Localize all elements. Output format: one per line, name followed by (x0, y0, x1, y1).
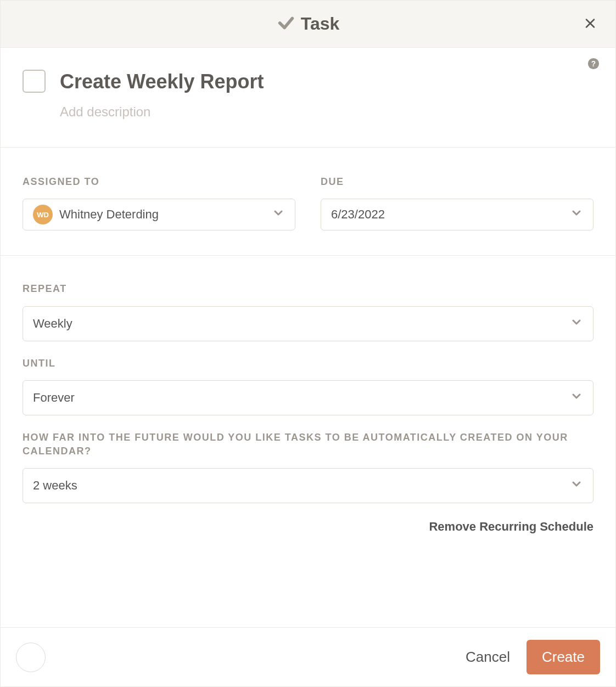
chevron-down-icon (570, 316, 583, 332)
modal-header: Task (1, 1, 615, 48)
create-button[interactable]: Create (527, 640, 600, 674)
repeat-select[interactable]: Weekly (23, 306, 593, 341)
until-value: Forever (33, 391, 75, 405)
check-icon (277, 14, 295, 35)
modal-body: ? Create Weekly Report ASSIGNED TO WD Wh… (1, 48, 615, 627)
help-icon[interactable]: ? (587, 58, 600, 72)
svg-text:?: ? (591, 60, 596, 68)
until-select[interactable]: Forever (23, 380, 593, 415)
footer-avatar-placeholder[interactable] (16, 643, 46, 672)
close-button[interactable] (581, 14, 599, 33)
future-select[interactable]: 2 weeks (23, 468, 593, 503)
due-date-value: 6/23/2022 (331, 207, 385, 222)
chevron-down-icon (570, 477, 583, 494)
close-icon (584, 23, 597, 31)
until-label: UNTIL (23, 357, 593, 370)
due-label: DUE (321, 175, 593, 189)
chevron-down-icon (570, 206, 583, 223)
avatar: WD (33, 205, 53, 224)
cancel-button[interactable]: Cancel (463, 644, 512, 670)
avatar-initials: WD (37, 211, 49, 219)
repeat-value: Weekly (33, 317, 72, 331)
task-title[interactable]: Create Weekly Report (60, 70, 264, 93)
chevron-down-icon (570, 390, 583, 406)
due-date-select[interactable]: 6/23/2022 (321, 199, 593, 230)
chevron-down-icon (272, 206, 285, 223)
modal-footer: Cancel Create (1, 627, 615, 686)
description-input[interactable] (60, 104, 593, 120)
task-complete-checkbox[interactable] (23, 70, 46, 93)
future-value: 2 weeks (33, 478, 77, 493)
repeat-label: REPEAT (23, 282, 593, 296)
assigned-to-select[interactable]: WD Whitney Deterding (23, 199, 295, 230)
assigned-to-label: ASSIGNED TO (23, 175, 295, 189)
modal-title: Task (301, 14, 340, 34)
remove-recurring-link[interactable]: Remove Recurring Schedule (23, 520, 593, 534)
future-label: HOW FAR INTO THE FUTURE WOULD YOU LIKE T… (23, 431, 593, 458)
assignee-name: Whitney Deterding (59, 207, 159, 222)
